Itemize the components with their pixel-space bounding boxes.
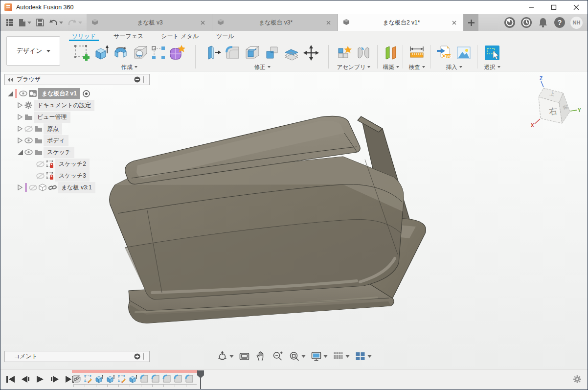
hole-icon[interactable] <box>131 43 150 63</box>
group-label-assemble[interactable]: アセンブリ <box>331 64 376 70</box>
feature-fillet-icon[interactable] <box>184 374 194 384</box>
step-back-icon[interactable] <box>20 374 31 385</box>
pan-tool[interactable] <box>254 350 268 363</box>
move-copy-icon[interactable] <box>302 43 320 63</box>
tab-close-icon[interactable] <box>450 18 458 27</box>
expander-expanded-icon[interactable] <box>16 149 24 156</box>
timeline-rollback-bar[interactable] <box>72 370 198 373</box>
ribbon-tab-tools[interactable]: ツール <box>207 31 243 41</box>
group-label-insert[interactable]: 挿入 <box>432 64 476 70</box>
extrude-icon[interactable] <box>92 43 111 63</box>
offset-face-icon[interactable] <box>282 43 301 63</box>
joint-icon[interactable] <box>354 43 373 63</box>
tree-row-bodies[interactable]: ボディ <box>4 135 150 146</box>
maximize-button[interactable] <box>543 0 565 14</box>
pattern-icon[interactable] <box>151 43 166 63</box>
expander-collapsed-icon[interactable] <box>16 126 24 132</box>
eye-hidden-icon[interactable] <box>36 173 45 179</box>
expander-collapsed-icon[interactable] <box>16 184 24 190</box>
new-component-icon[interactable] <box>335 43 353 63</box>
feature-extrude-icon[interactable] <box>94 374 104 384</box>
create-sketch-icon[interactable] <box>72 43 91 63</box>
eye-hidden-icon[interactable] <box>28 184 37 191</box>
timeline-gear-icon[interactable] <box>573 375 582 384</box>
comments-panel-header[interactable]: コメント <box>4 351 150 362</box>
play-icon[interactable] <box>35 374 45 385</box>
tab-close-icon[interactable] <box>198 18 207 27</box>
tree-label[interactable]: スケッチ3 <box>55 170 90 182</box>
expander-collapsed-icon[interactable] <box>16 138 24 143</box>
expander-collapsed-icon[interactable] <box>16 114 24 120</box>
group-label-inspect[interactable]: 検査 <box>405 64 429 70</box>
tree-row-doc-settings[interactable]: ドキュメントの設定 <box>4 99 150 111</box>
viewcube-front-label[interactable]: 右 <box>548 106 558 116</box>
combine-icon[interactable] <box>263 43 281 63</box>
tree-row-sketch3[interactable]: スケッチ3 <box>4 170 150 182</box>
help-icon[interactable]: ? <box>554 17 565 28</box>
panel-resize-grip[interactable] <box>143 76 146 83</box>
feature-fillet-icon[interactable] <box>173 374 183 384</box>
browser-panel-header[interactable]: ブラウザ <box>4 74 150 85</box>
fillet-icon[interactable] <box>224 43 242 63</box>
panel-minus-icon[interactable] <box>134 76 140 83</box>
feature-fillet-icon[interactable] <box>162 374 172 384</box>
feature-sketch-icon[interactable] <box>83 374 93 384</box>
timeline-position-marker[interactable] <box>197 370 204 389</box>
doc-tab-2[interactable]: まな板台 v3* <box>212 14 338 31</box>
group-label-modify[interactable]: 修正 <box>198 64 326 70</box>
group-label-construct[interactable]: 構築 <box>379 64 403 70</box>
file-menu-button[interactable] <box>17 18 33 28</box>
press-pull-icon[interactable] <box>204 43 223 63</box>
tree-label[interactable]: ボディ <box>44 135 68 146</box>
ribbon-tab-solid[interactable]: ソリッド <box>63 31 105 41</box>
eye-visible-icon[interactable] <box>24 149 33 155</box>
tree-label-root[interactable]: まな板台2 v1 <box>38 88 80 99</box>
feature-fillet-icon[interactable] <box>151 374 160 384</box>
notifications-bell-icon[interactable] <box>537 17 549 28</box>
timeline-track[interactable] <box>72 370 198 387</box>
go-to-start-icon[interactable] <box>5 374 16 385</box>
minimize-button[interactable] <box>520 0 543 14</box>
tree-row-linked-manaita[interactable]: まな板 v3:1 <box>4 182 150 193</box>
doc-tab-1[interactable]: まな板 v3 <box>87 14 212 31</box>
tree-label[interactable]: ビュー管理 <box>34 112 70 123</box>
select-icon[interactable] <box>483 43 501 63</box>
tree-row-sketches[interactable]: スケッチ <box>4 146 150 158</box>
feature-fillet-icon[interactable] <box>139 374 149 384</box>
tree-label[interactable]: ドキュメントの設定 <box>34 100 94 111</box>
close-button[interactable] <box>565 0 588 14</box>
group-label-select[interactable]: 選択 <box>479 64 505 70</box>
tree-row-origin[interactable]: 原点 <box>4 123 150 135</box>
insert-canvas-icon[interactable] <box>454 43 473 63</box>
revolve-icon[interactable] <box>112 43 130 63</box>
group-label-create[interactable]: 作成 <box>65 64 193 70</box>
eye-hidden-icon[interactable] <box>24 126 33 132</box>
expander-collapsed-icon[interactable] <box>16 102 24 108</box>
panel-resize-grip[interactable] <box>143 353 146 360</box>
viewcube-top-label[interactable]: 上 <box>549 91 555 97</box>
extensions-icon[interactable] <box>504 17 516 28</box>
feature-extrude-icon[interactable] <box>106 374 115 384</box>
activate-radio-icon[interactable] <box>82 90 91 97</box>
feature-derive-icon[interactable] <box>72 374 82 384</box>
expander-expanded-icon[interactable] <box>6 91 14 97</box>
create-form-icon[interactable] <box>167 43 186 63</box>
tab-close-icon[interactable] <box>324 18 333 27</box>
tree-row-view-mgmt[interactable]: ビュー管理 <box>4 111 150 123</box>
panel-plus-icon[interactable] <box>134 353 140 360</box>
construction-plane-icon[interactable] <box>382 43 400 63</box>
feature-extrude-icon[interactable] <box>128 374 138 384</box>
tree-label[interactable]: まな板 v3:1 <box>58 182 95 193</box>
tree-label[interactable]: スケッチ <box>44 147 74 158</box>
ribbon-tab-surface[interactable]: サーフェス <box>105 31 152 41</box>
look-at-tool[interactable] <box>238 350 251 363</box>
user-avatar[interactable]: NH <box>570 17 583 29</box>
new-tab-button[interactable] <box>464 14 478 31</box>
view-cube[interactable]: 右 上 後 Z Y X <box>525 75 583 128</box>
measure-icon[interactable] <box>407 43 426 63</box>
tree-label[interactable]: 原点 <box>44 123 62 135</box>
step-forward-icon[interactable] <box>49 374 60 385</box>
fit-tool[interactable] <box>288 350 307 363</box>
doc-tab-3-active[interactable]: まな板台2 v1* <box>338 14 464 31</box>
redo-button[interactable] <box>67 18 84 27</box>
